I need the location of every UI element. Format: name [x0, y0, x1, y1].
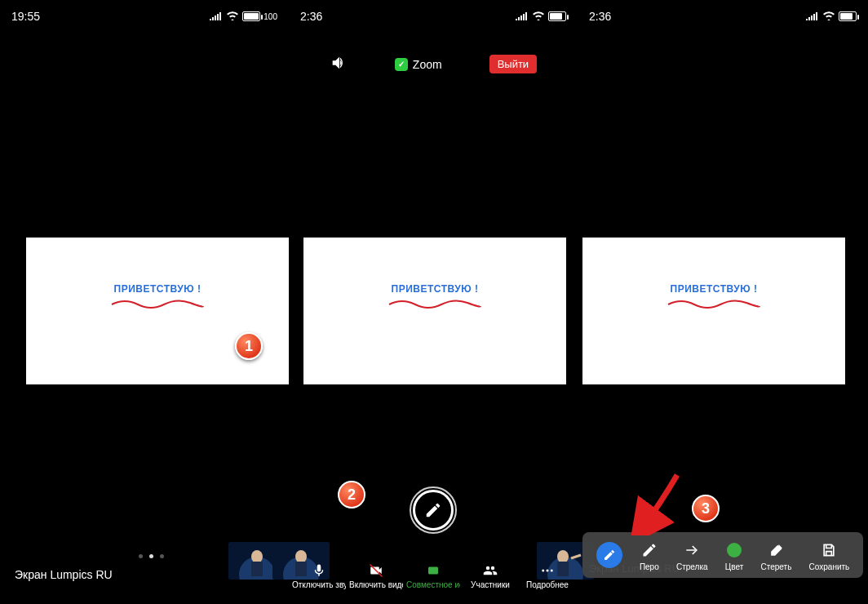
status-time: 2:36: [589, 10, 611, 23]
color-icon: [727, 540, 742, 561]
shield-icon: ✓: [395, 58, 408, 71]
svg-point-16: [551, 570, 553, 572]
svg-point-2: [251, 550, 263, 563]
participants-icon: [483, 562, 498, 579]
battery-icon: [242, 11, 260, 21]
participants-button[interactable]: Участники: [463, 562, 517, 589]
pen-icon: [641, 540, 658, 561]
share-icon: [426, 562, 441, 579]
greeting-text: ПРИВЕТСТВУЮ !: [582, 283, 845, 295]
whiteboard-1: ПРИВЕТСТВУЮ !: [26, 238, 289, 384]
anno-color-button[interactable]: Цвет: [725, 540, 743, 571]
annotation-stroke: [108, 296, 206, 313]
signal-icon: [806, 10, 819, 23]
screen-label: Экран Lumpics RU: [15, 568, 113, 581]
annotate-button[interactable]: [413, 490, 454, 531]
anno-pen-button[interactable]: Перо: [640, 540, 659, 571]
arrow-icon: [684, 540, 700, 561]
video-button[interactable]: Включить виде: [349, 562, 403, 589]
status-time: 2:36: [300, 10, 322, 23]
pen-icon: [596, 542, 622, 568]
speaker-icon[interactable]: [330, 54, 348, 74]
battery-icon: [839, 11, 857, 21]
camera-icon: [369, 562, 383, 579]
share-button[interactable]: Совместное ис: [406, 562, 460, 589]
status-bar-2: 2:36: [289, 0, 578, 33]
mute-button[interactable]: Отключить зву: [292, 562, 346, 589]
status-bar-1: 19:55 100: [0, 0, 289, 33]
annotation-stroke: [665, 296, 763, 313]
zoom-title: ✓ Zoom: [395, 58, 442, 71]
zoom-bottom-toolbar: Отключить зву Включить виде Совместное и…: [289, 562, 578, 589]
page-dots: [139, 554, 164, 558]
more-icon: [540, 562, 555, 579]
svg-point-6: [295, 550, 307, 563]
mic-icon: [312, 562, 326, 579]
anno-arrow-button[interactable]: Стрелка: [676, 540, 708, 571]
step-marker-1: 1: [235, 332, 263, 360]
anno-erase-button[interactable]: Стереть: [761, 540, 792, 571]
more-button[interactable]: Подробнее: [520, 562, 574, 589]
whiteboard-3: ПРИВЕТСТВУЮ !: [582, 238, 845, 384]
zoom-meeting-topbar: ✓ Zoom Выйти: [289, 54, 578, 74]
save-icon: [821, 540, 837, 561]
svg-point-14: [542, 570, 544, 572]
annotation-toolbar: Перо Стрелка Цвет Стереть Сохранить: [582, 532, 863, 578]
wifi-icon: [822, 10, 835, 23]
whiteboard-2: ПРИВЕТСТВУЮ !: [303, 238, 566, 384]
erase-icon: [768, 540, 784, 561]
callout-arrow: [628, 470, 685, 535]
anno-pen-active[interactable]: [596, 542, 622, 568]
anno-save-button[interactable]: Сохранить: [809, 540, 850, 571]
greeting-text: ПРИВЕТСТВУЮ !: [26, 283, 289, 295]
battery-pct: 100: [264, 12, 277, 21]
signal-icon: [210, 10, 223, 23]
step-marker-3: 3: [692, 495, 720, 522]
svg-point-15: [547, 570, 549, 572]
svg-rect-3: [251, 562, 263, 576]
wifi-icon: [226, 10, 239, 23]
signal-icon: [516, 10, 529, 23]
step-marker-2: 2: [338, 481, 365, 509]
leave-button[interactable]: Выйти: [489, 55, 538, 73]
wifi-icon: [532, 10, 545, 23]
status-time: 19:55: [11, 10, 40, 23]
battery-icon: [548, 11, 566, 21]
annotation-stroke: [386, 296, 484, 313]
status-bar-3: 2:36: [578, 0, 868, 33]
greeting-text: ПРИВЕТСТВУЮ !: [303, 283, 566, 295]
svg-point-10: [557, 550, 569, 563]
